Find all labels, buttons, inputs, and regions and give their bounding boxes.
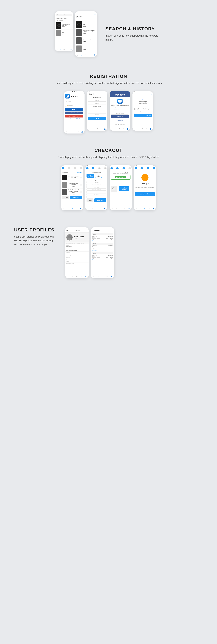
nav-r3-4[interactable]: ♡ (123, 128, 125, 130)
google-cancel-btn[interactable]: Cancel (134, 94, 137, 94)
s-country[interactable]: Country (87, 196, 106, 198)
password-field[interactable]: 🔒 Password (65, 104, 83, 107)
signup-submit-button[interactable]: Sign Up (88, 117, 106, 120)
nav-home-2[interactable]: ⌂ (77, 54, 78, 56)
nav-c4[interactable]: ♡ (75, 208, 77, 210)
fb-password-field[interactable]: Mật khẩu Facebook (111, 112, 129, 114)
cart-qty-3[interactable]: 1 (80, 191, 82, 193)
username-field[interactable]: Username (88, 108, 106, 110)
nav-s5[interactable]: 👤 (104, 208, 106, 210)
nav-cart-r1[interactable]: ⛉ (73, 131, 75, 133)
nav-r2-4[interactable]: ♡ (100, 128, 102, 130)
nav-r3-3[interactable]: ⛉ (119, 128, 121, 130)
nav-r2-1[interactable]: ⌂ (89, 128, 90, 130)
cart-item-2[interactable]: Cropped Rain Mac in High Shine $35.00 1 (61, 181, 83, 188)
nav-r3-1[interactable]: ⌂ (111, 128, 113, 130)
nav-p4[interactable]: ♡ (124, 208, 126, 210)
nav-search-r1[interactable]: ⌕ (70, 131, 71, 133)
nav-o5[interactable]: 👤 (111, 276, 112, 278)
nav-o4[interactable]: ♡ (106, 276, 108, 278)
back-button-shipping[interactable]: ← Back (87, 198, 93, 202)
google-next-btn[interactable]: Tiếp theo (134, 114, 152, 117)
nav-r2-2[interactable]: ⌕ (92, 128, 94, 130)
google-email-field[interactable]: Email hoặc điện thoại (134, 105, 152, 108)
cod-payment-option[interactable]: Cash on Delivery (111, 175, 130, 180)
email-field[interactable]: ✉ Email (65, 100, 83, 103)
nav-wishlist-r1[interactable]: ♡ (77, 131, 79, 133)
nav-home-r1[interactable]: ⌂ (66, 131, 67, 133)
nav-profile-2[interactable]: 👤 (93, 54, 95, 56)
nav-r4-2[interactable]: ⌕ (138, 128, 140, 130)
nav-c1[interactable]: ⌂ (63, 208, 65, 210)
back-button-payment[interactable]: ← Back (111, 186, 117, 192)
tag-shirt[interactable]: shirt (60, 18, 63, 19)
free-shipping-option[interactable]: $0 Free Shipping (87, 174, 94, 178)
nav-t4[interactable]: ♡ (148, 208, 150, 210)
nav-wishlist-2[interactable]: ♡ (89, 54, 91, 56)
password-field-signup[interactable]: Password (88, 114, 106, 116)
s-last-name[interactable]: Last Name (87, 186, 106, 188)
nav-p1[interactable]: ⌂ (111, 208, 113, 210)
cart-item-1[interactable]: Biker Jacket in Wool with Zip Detail $50… (61, 174, 83, 181)
product-item-1[interactable]: Bomber Jacket In Face Print $75.00 (55, 22, 73, 30)
view-my-orders-btn[interactable]: View My Orders (135, 192, 155, 196)
nav-p2[interactable]: ⌕ (116, 208, 117, 210)
search-result-4[interactable]: Fleece Jacket $75.00 (75, 45, 97, 53)
s-first-name-input[interactable]: Type your first name (87, 184, 106, 186)
nav-s4[interactable]: ♡ (100, 208, 101, 210)
flat-rate-option[interactable]: $5 Flat Rate (95, 174, 102, 178)
nav-p5[interactable]: 👤 (128, 208, 130, 210)
back-button-cart[interactable]: ← Back (62, 196, 69, 199)
profile-field-myorder[interactable]: My Order (65, 256, 89, 259)
search-result-2[interactable]: Bomber Parka Jacket 2 in 1 With Removabl… (75, 29, 97, 37)
search-input-display[interactable]: Enter Keywords (56, 14, 72, 16)
nav-r3-2[interactable]: ⌕ (115, 128, 117, 130)
nav-c2[interactable]: ⌕ (67, 208, 69, 210)
nav-search-2[interactable]: ⌕ (81, 54, 83, 56)
nav-cart-2[interactable]: ⛉ (85, 54, 87, 56)
cart-qty-2[interactable]: 1 (80, 184, 82, 186)
nav-t2[interactable]: ⌕ (140, 208, 142, 210)
last-name-field[interactable]: Last name (88, 102, 106, 104)
nav-pr2[interactable]: ⌕ (72, 276, 73, 278)
nav-t3[interactable]: ⛉ (144, 208, 146, 210)
refresh-icon[interactable]: ↻ (151, 93, 152, 95)
nav-s3[interactable]: ⛉ (95, 208, 97, 210)
fb-login-btn[interactable]: Đăng nhập (111, 115, 129, 118)
google-create-link[interactable]: Tạo tài khoản (134, 112, 140, 114)
nav-pr4[interactable]: ♡ (81, 276, 82, 278)
nav-profile[interactable]: 👤 (70, 48, 72, 50)
order-detail-link-3[interactable]: Show detail (92, 259, 113, 260)
nav-search[interactable]: ⌕ (60, 48, 61, 50)
search-result-1[interactable]: Bomber Jacket In Face Print $75.00 (75, 21, 97, 29)
nav-r2-3[interactable]: ⛉ (96, 128, 98, 130)
nav-r4-1[interactable]: ⌂ (134, 128, 136, 130)
nav-t5[interactable]: 👤 (152, 208, 154, 210)
nav-c5[interactable]: 👤 (80, 208, 81, 210)
fb-create-account[interactable]: Tạo tài khoản (111, 120, 129, 121)
fb-email-field[interactable]: Mã điện thoại hoặc email (111, 109, 129, 111)
next-step-shipping[interactable]: Next Step (94, 198, 106, 202)
nav-o2[interactable]: ⌕ (97, 276, 99, 278)
signup-link[interactable]: Sign Up (77, 118, 81, 119)
nav-pr1[interactable]: ⌂ (67, 276, 69, 278)
nav-cart[interactable]: ⛉ (63, 48, 65, 50)
s-last-name-input[interactable]: Type your last name (87, 188, 106, 190)
s-first-name[interactable]: First Name (87, 181, 106, 184)
facebook-login-button[interactable]: f FACEBOOK LOGIN (65, 112, 83, 114)
nav-wishlist[interactable]: ♡ (67, 48, 68, 50)
s-address[interactable]: Address (87, 191, 106, 193)
cart-item-3[interactable]: Bomber Parka Jacket 2 in 1 With Removabl… (61, 188, 83, 196)
nav-pr5[interactable]: 👤 (85, 276, 87, 278)
nav-home[interactable]: ⌂ (56, 48, 58, 50)
product-item-2[interactable]: Bom... $1... (55, 30, 73, 37)
nav-profile-r1[interactable]: 👤 (81, 131, 83, 133)
nav-s1[interactable]: ⌂ (87, 208, 89, 210)
tag-jacket[interactable]: jacket (56, 18, 60, 19)
nav-pr3[interactable]: ⛉ (76, 276, 78, 278)
login-button[interactable]: LOGIN (65, 108, 83, 111)
search-result-3[interactable]: Faux Leather Zip Jacket $55.00 (75, 37, 97, 45)
clear-button[interactable]: Clear (93, 14, 96, 14)
cart-qty-1[interactable]: 1 (80, 177, 82, 178)
email-field-signup[interactable]: Email (88, 111, 106, 113)
